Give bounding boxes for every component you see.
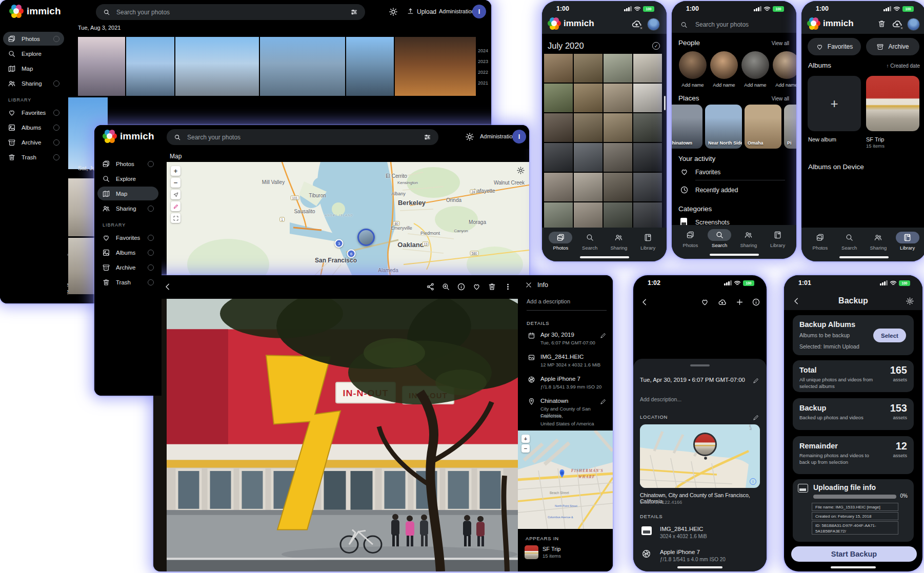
- mini-map-zoom-out[interactable]: −: [521, 444, 530, 453]
- trash-icon[interactable]: [877, 19, 886, 29]
- album-link[interactable]: SF Trip: [543, 546, 560, 552]
- photo-map-marker[interactable]: [693, 433, 717, 456]
- grid-photo[interactable]: [604, 202, 632, 231]
- locate-button[interactable]: [171, 190, 180, 199]
- timeline-year-label[interactable]: 2021: [471, 80, 488, 86]
- scrollbar-thumb[interactable]: [664, 96, 666, 110]
- select-button[interactable]: Select: [873, 329, 906, 342]
- nav-tab-photos[interactable]: Photos: [676, 229, 705, 251]
- grid-photo[interactable]: [544, 54, 573, 83]
- grid-photo[interactable]: [633, 173, 662, 201]
- home-indicator[interactable]: [710, 254, 759, 256]
- edit-location-pencil-icon[interactable]: [753, 414, 759, 420]
- home-indicator[interactable]: [677, 566, 722, 568]
- search-input[interactable]: Search your photos: [167, 129, 438, 145]
- avatar[interactable]: [647, 18, 660, 31]
- edit-location-pencil-icon[interactable]: [600, 398, 607, 405]
- photo-thumbnail[interactable]: [78, 37, 125, 96]
- add-icon[interactable]: [735, 298, 744, 306]
- grid-photo[interactable]: [544, 202, 573, 231]
- cloud-sync-icon[interactable]: ✕: [631, 18, 642, 29]
- grid-photo[interactable]: [574, 84, 602, 112]
- avatar[interactable]: I: [472, 5, 486, 18]
- mini-map-zoom-in[interactable]: +: [521, 435, 530, 443]
- photo-thumbnail[interactable]: [175, 37, 259, 96]
- grid-photo[interactable]: [604, 84, 632, 112]
- sidebar-item-explore[interactable]: Explore: [3, 47, 64, 60]
- grid-photo[interactable]: [574, 202, 602, 231]
- nav-tab-search[interactable]: Search: [575, 232, 605, 253]
- home-indicator[interactable]: [831, 566, 876, 568]
- info-icon[interactable]: [752, 298, 760, 306]
- person-add-name[interactable]: Add name: [675, 82, 711, 88]
- grid-photo[interactable]: [574, 143, 602, 172]
- sidebar-item-photos[interactable]: Photos: [97, 157, 158, 171]
- cloud-backup-icon[interactable]: [718, 298, 727, 306]
- grid-photo[interactable]: [633, 84, 662, 112]
- photo-thumbnail[interactable]: [126, 37, 174, 96]
- sidebar-item-map[interactable]: Map: [3, 62, 64, 75]
- place-tile[interactable]: Near North Side: [705, 105, 742, 149]
- upload-icon[interactable]: [407, 7, 414, 15]
- grid-photo[interactable]: [604, 143, 632, 172]
- map-cluster-marker[interactable]: 3: [335, 239, 344, 248]
- person-face[interactable]: [773, 51, 796, 79]
- recently-added-row[interactable]: Recently added: [695, 187, 738, 194]
- drag-handle[interactable]: [690, 364, 710, 366]
- theme-toggle-icon[interactable]: [389, 7, 398, 16]
- map-settings-gear-icon[interactable]: [516, 166, 525, 175]
- sidebar-item-explore[interactable]: Explore: [97, 172, 158, 186]
- nav-tab-library[interactable]: Library: [633, 232, 662, 253]
- timeline-year-label[interactable]: 2023: [471, 59, 488, 64]
- sidebar-item-sharing[interactable]: Sharing: [97, 201, 158, 215]
- filter-icon[interactable]: [350, 8, 358, 16]
- photo-thumbnail[interactable]: [395, 37, 476, 96]
- photo-thumbnail[interactable]: [260, 37, 345, 96]
- avatar[interactable]: I: [512, 130, 526, 144]
- filter-icon[interactable]: [424, 133, 431, 141]
- more-options-icon[interactable]: [504, 282, 512, 291]
- person-add-name[interactable]: Add name: [737, 82, 773, 88]
- person-face[interactable]: [679, 51, 707, 79]
- sidebar-item-trash[interactable]: Trash: [97, 275, 158, 289]
- info-mini-map[interactable]: FISHERMAN'S WHARF Beach Street North Poi…: [518, 431, 613, 529]
- upload-button[interactable]: Upload: [417, 8, 436, 15]
- photo-thumbnail[interactable]: [346, 37, 394, 96]
- grid-photo[interactable]: [544, 173, 573, 201]
- close-icon[interactable]: [525, 281, 532, 289]
- person-face[interactable]: [710, 51, 738, 79]
- archive-button[interactable]: Archive: [866, 38, 919, 55]
- photo-in-n-out[interactable]: IN-N-OUT IN-N-OUT: [153, 299, 518, 571]
- sidebar-item-trash[interactable]: Trash: [3, 150, 64, 164]
- description-input[interactable]: Add a description: [527, 298, 570, 304]
- grid-photo[interactable]: [544, 84, 573, 112]
- edit-date-pencil-icon[interactable]: [753, 377, 759, 383]
- start-backup-button[interactable]: Start Backup: [791, 546, 917, 562]
- album-tile-sf-trip[interactable]: [866, 76, 919, 131]
- sidebar-item-map[interactable]: Map: [97, 187, 158, 200]
- nav-tab-photos[interactable]: Photos: [546, 232, 575, 253]
- share-icon[interactable]: [426, 282, 435, 291]
- people-view-all[interactable]: View all: [772, 40, 789, 46]
- immich-logo[interactable]: immich: [104, 130, 154, 142]
- sidebar-item-archive[interactable]: Archive: [3, 135, 64, 149]
- administration-link[interactable]: Administration: [439, 8, 475, 14]
- theme-toggle-icon[interactable]: [465, 132, 474, 141]
- zoom-in-icon[interactable]: [441, 282, 450, 291]
- grid-photo[interactable]: [544, 113, 573, 142]
- new-album-tile[interactable]: +: [808, 76, 861, 131]
- favorite-heart-icon[interactable]: [700, 298, 709, 306]
- back-icon[interactable]: [164, 282, 172, 291]
- sidebar-item-albums[interactable]: Albums: [3, 120, 64, 134]
- home-indicator[interactable]: [839, 256, 889, 258]
- grid-photo[interactable]: [633, 54, 662, 83]
- info-icon[interactable]: [457, 282, 466, 291]
- search-input[interactable]: Search your photos: [672, 16, 796, 33]
- sidebar-item-sharing[interactable]: Sharing: [3, 76, 64, 90]
- delete-icon[interactable]: [488, 282, 496, 291]
- person-face[interactable]: [741, 51, 769, 79]
- person-add-name[interactable]: Add name: [769, 82, 796, 88]
- cloud-sync-icon[interactable]: ✕: [892, 18, 902, 29]
- zoom-out-button[interactable]: −: [171, 178, 180, 188]
- edit-date-pencil-icon[interactable]: [600, 332, 607, 339]
